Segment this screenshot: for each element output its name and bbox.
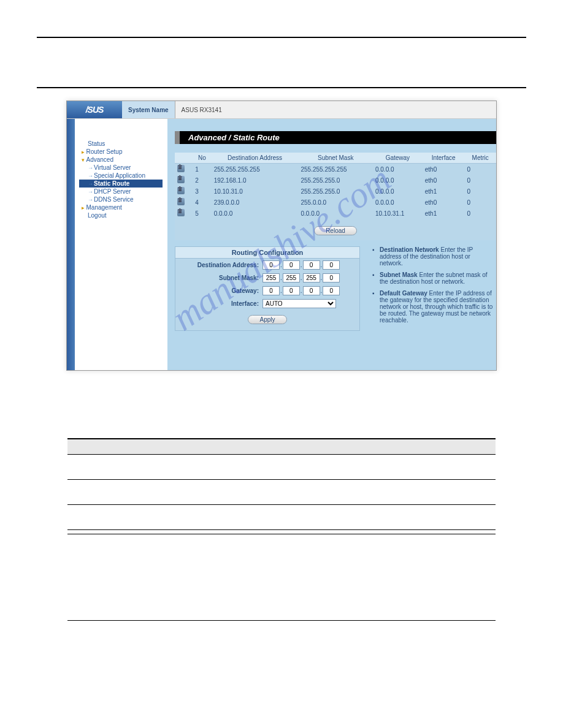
asus-logo: /SUS xyxy=(67,101,122,118)
mask-octet-1[interactable] xyxy=(262,273,280,282)
cell-dest: 10.10.31.0 xyxy=(212,186,299,197)
col-dest: Destination Address xyxy=(212,153,299,164)
dest-octet-4[interactable] xyxy=(323,260,340,270)
dest-label: Destination Address: xyxy=(179,262,262,268)
cell-metric: 0 xyxy=(464,175,496,186)
nav-ddns-service[interactable]: DDNS Service xyxy=(79,195,163,203)
table-row: 50.0.0.00.0.0.010.10.31.1eth10 xyxy=(175,208,496,219)
nav-special-application[interactable]: Special Application xyxy=(79,172,163,180)
cell-metric: 0 xyxy=(464,186,496,197)
system-name-label: System Name xyxy=(122,101,175,118)
cell-no: 3 xyxy=(193,186,211,197)
trash-icon[interactable] xyxy=(177,187,185,194)
routing-config-box: Routing Configuration Destination Addres… xyxy=(175,246,360,331)
route-table: No Destination Address Subnet Mask Gatew… xyxy=(175,153,496,219)
cell-iface: eth0 xyxy=(423,197,465,208)
nav-logout[interactable]: Logout xyxy=(79,211,163,219)
nav-management[interactable]: Management xyxy=(79,203,163,211)
col-gw: Gateway xyxy=(373,153,423,164)
cell-no: 4 xyxy=(193,197,211,208)
help-panel: Destination Network Enter the IP address… xyxy=(372,246,496,331)
cell-no: 5 xyxy=(193,208,211,219)
routing-config-title: Routing Configuration xyxy=(175,247,359,259)
nav-status[interactable]: Status xyxy=(79,140,163,148)
nav-virtual-server[interactable]: Virtual Server xyxy=(79,164,163,172)
gw-octet-2[interactable] xyxy=(283,286,300,295)
table-row: 1255.255.255.255255.255.255.2550.0.0.0et… xyxy=(175,164,496,175)
cell-gw: 0.0.0.0 xyxy=(373,175,423,186)
gw-octet-3[interactable] xyxy=(303,286,320,295)
col-metric: Metric xyxy=(464,153,496,164)
help-item-destination: Destination Network Enter the IP address… xyxy=(372,246,494,267)
col-mask: Subnet Mask xyxy=(298,153,373,164)
sidebar-nav: Status Router Setup Advanced Virtual Ser… xyxy=(78,137,164,222)
cell-mask: 255.255.255.0 xyxy=(298,175,373,186)
dest-octet-1[interactable] xyxy=(262,260,280,270)
cell-no: 1 xyxy=(193,164,211,175)
cell-mask: 255.0.0.0 xyxy=(298,197,373,208)
trash-icon[interactable] xyxy=(177,165,185,172)
trash-icon[interactable] xyxy=(177,209,185,216)
gw-octet-1[interactable] xyxy=(262,286,280,295)
mask-octet-4[interactable] xyxy=(323,273,340,282)
cell-iface: eth1 xyxy=(423,208,465,219)
cell-gw: 0.0.0.0 xyxy=(373,186,423,197)
page-title: Advanced / Static Route xyxy=(175,131,496,144)
cell-dest: 239.0.0.0 xyxy=(212,197,299,208)
cell-gw: 0.0.0.0 xyxy=(373,164,423,175)
help-item-subnet: Subnet Mask Enter the subnet mask of the… xyxy=(372,271,494,285)
cell-dest: 0.0.0.0 xyxy=(212,208,299,219)
apply-button[interactable]: Apply xyxy=(248,315,286,324)
help-item-gateway: Default Gateway Enter the IP address of … xyxy=(372,290,494,324)
cell-no: 2 xyxy=(193,175,211,186)
cell-mask: 255.255.255.255 xyxy=(298,164,373,175)
nav-dhcp-server[interactable]: DHCP Server xyxy=(79,188,163,195)
cell-metric: 0 xyxy=(464,208,496,219)
table-row: 2192.168.1.0255.255.255.00.0.0.0eth00 xyxy=(175,175,496,186)
system-name-value: ASUS RX3141 xyxy=(175,101,496,118)
cell-iface: eth0 xyxy=(423,175,465,186)
iface-label: Interface: xyxy=(179,300,262,307)
trash-icon[interactable] xyxy=(177,198,185,205)
nav-static-route[interactable]: Static Route xyxy=(79,180,163,188)
gw-label: Gateway: xyxy=(179,287,262,294)
interface-select[interactable]: AUTO xyxy=(262,299,336,308)
cell-gw: 0.0.0.0 xyxy=(373,197,423,208)
cell-metric: 0 xyxy=(464,197,496,208)
mask-octet-2[interactable] xyxy=(283,273,300,282)
cell-gw: 10.10.31.1 xyxy=(373,208,423,219)
nav-router-setup[interactable]: Router Setup xyxy=(79,148,163,156)
cell-dest: 192.168.1.0 xyxy=(212,175,299,186)
col-delete xyxy=(175,153,193,164)
dest-octet-3[interactable] xyxy=(303,260,320,270)
reload-button[interactable]: Reload xyxy=(314,226,357,235)
mask-label: Subnet Mask: xyxy=(179,275,262,281)
cell-metric: 0 xyxy=(464,164,496,175)
cell-mask: 255.255.255.0 xyxy=(298,186,373,197)
table-row: 310.10.31.0255.255.255.00.0.0.0eth10 xyxy=(175,186,496,197)
table-row: 4239.0.0.0255.0.0.00.0.0.0eth00 xyxy=(175,197,496,208)
cell-dest: 255.255.255.255 xyxy=(212,164,299,175)
cell-iface: eth1 xyxy=(423,186,465,197)
trash-icon[interactable] xyxy=(177,176,185,183)
gw-octet-4[interactable] xyxy=(323,286,340,295)
route-table-box: No Destination Address Subnet Mask Gatew… xyxy=(175,153,496,240)
mask-octet-3[interactable] xyxy=(303,273,320,282)
cell-mask: 0.0.0.0 xyxy=(298,208,373,219)
topbar: /SUS System Name ASUS RX3141 xyxy=(67,101,496,119)
cell-iface: eth0 xyxy=(423,164,465,175)
dest-octet-2[interactable] xyxy=(283,260,300,270)
gray-band xyxy=(67,438,496,455)
col-iface: Interface xyxy=(423,153,465,164)
col-no: No xyxy=(193,153,211,164)
nav-advanced[interactable]: Advanced xyxy=(79,156,163,164)
router-admin-screenshot: /SUS System Name ASUS RX3141 Status Rout… xyxy=(66,100,497,371)
